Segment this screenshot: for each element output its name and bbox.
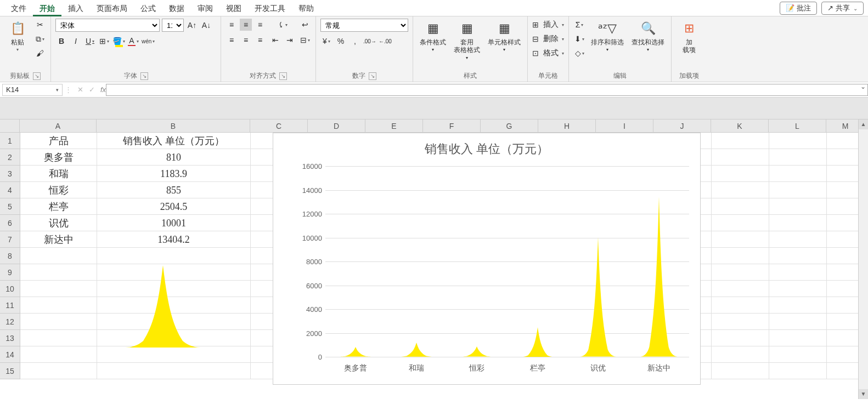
cell[interactable] <box>712 133 769 149</box>
insert-cells-button[interactable]: ⊞ 插入 <box>532 19 564 31</box>
increase-indent-button[interactable]: ⇥ <box>284 34 296 46</box>
fill-color-button[interactable]: 🪣 <box>112 35 125 47</box>
bold-button[interactable]: B <box>55 35 67 47</box>
col-header-A[interactable]: A <box>20 119 97 132</box>
col-header-K[interactable]: K <box>711 119 769 132</box>
col-header-J[interactable]: J <box>653 119 711 132</box>
cell[interactable] <box>20 264 97 281</box>
conditional-formatting-button[interactable]: ▦条件格式▾ <box>418 19 448 53</box>
cell[interactable] <box>712 149 769 166</box>
align-middle-button[interactable]: ≡ <box>240 19 252 31</box>
cell[interactable] <box>20 330 97 346</box>
col-header-H[interactable]: H <box>538 119 596 132</box>
clear-button[interactable]: ◇ <box>573 47 585 59</box>
name-box[interactable]: K14▾ <box>2 84 63 96</box>
format-painter-button[interactable]: 🖌 <box>34 47 46 59</box>
fill-button[interactable]: ⬇ <box>573 33 585 45</box>
row-header[interactable]: 3 <box>0 166 20 182</box>
cell[interactable]: 和瑞 <box>20 166 97 182</box>
cell[interactable]: 810 <box>97 149 251 166</box>
cell[interactable] <box>97 330 251 346</box>
col-header-B[interactable]: B <box>97 119 250 132</box>
cell[interactable] <box>97 281 251 297</box>
cell[interactable] <box>712 248 769 264</box>
cell[interactable] <box>20 314 97 330</box>
autosum-button[interactable]: Σ <box>573 19 585 31</box>
cell[interactable]: 13404.2 <box>97 231 251 248</box>
cell[interactable]: 新达中 <box>20 231 97 248</box>
cell[interactable] <box>712 297 769 314</box>
align-bottom-button[interactable]: ≡ <box>254 19 266 31</box>
comma-button[interactable]: , <box>349 35 361 47</box>
cell[interactable] <box>20 297 97 314</box>
format-as-table-button[interactable]: ▦套用 表格格式▾ <box>452 19 482 61</box>
dialog-launcher-icon[interactable]: ↘ <box>369 72 376 80</box>
cell[interactable] <box>97 346 251 363</box>
cell[interactable] <box>712 264 769 281</box>
col-header-E[interactable]: E <box>365 119 423 132</box>
increase-font-button[interactable]: A↑ <box>186 19 198 31</box>
tab-file[interactable]: 文件 <box>4 0 33 16</box>
decrease-decimal-button[interactable]: ←.00 <box>379 35 392 47</box>
cell[interactable] <box>712 166 769 182</box>
cells-area[interactable]: 销售收入 单位（万元） 0200040006000800010000120001… <box>20 133 868 379</box>
cell[interactable] <box>769 346 827 363</box>
tab-developer[interactable]: 开发工具 <box>248 0 292 16</box>
row-header[interactable]: 14 <box>0 346 20 363</box>
share-button[interactable]: ↗ 共享 <box>821 2 864 15</box>
cell[interactable] <box>769 198 827 215</box>
row-header[interactable]: 6 <box>0 215 20 231</box>
border-button[interactable]: ⊞ <box>98 35 110 47</box>
tab-help[interactable]: 帮助 <box>292 0 320 16</box>
paste-button[interactable]: 📋 粘贴 ▾ <box>4 19 31 53</box>
cell[interactable] <box>769 133 827 149</box>
cancel-icon[interactable]: ✕ <box>77 86 83 94</box>
cell[interactable]: 栏亭 <box>20 198 97 215</box>
row-header[interactable]: 12 <box>0 314 20 330</box>
cell[interactable] <box>20 248 97 264</box>
tab-layout[interactable]: 页面布局 <box>90 0 134 16</box>
cell[interactable]: 奥多普 <box>20 149 97 166</box>
align-right-button[interactable]: ≡ <box>254 34 266 46</box>
col-header-L[interactable]: L <box>769 119 826 132</box>
col-header-F[interactable]: F <box>423 119 481 132</box>
tab-review[interactable]: 审阅 <box>191 0 219 16</box>
cell[interactable]: 销售收入 单位（万元） <box>97 133 251 149</box>
scroll-up-button[interactable]: ▲ <box>859 119 868 129</box>
vertical-scrollbar[interactable]: ▲ ▼ <box>858 119 868 399</box>
cell[interactable] <box>769 215 827 231</box>
merge-center-button[interactable]: ⊟ <box>299 34 311 46</box>
cell[interactable] <box>769 363 827 379</box>
scroll-down-button[interactable]: ▼ <box>859 389 868 399</box>
font-size-select[interactable]: 11 <box>162 19 184 32</box>
cell[interactable]: 恒彩 <box>20 182 97 198</box>
tab-data[interactable]: 数据 <box>162 0 191 16</box>
tab-formulas[interactable]: 公式 <box>134 0 162 16</box>
cell[interactable] <box>97 264 251 281</box>
cell[interactable] <box>769 231 827 248</box>
decrease-indent-button[interactable]: ⇤ <box>269 34 281 46</box>
cell[interactable] <box>769 297 827 314</box>
comments-button[interactable]: 📝 批注 <box>780 2 817 15</box>
addins-button[interactable]: ⊞加 载项 <box>676 19 702 55</box>
number-format-select[interactable]: 常规 <box>320 19 408 32</box>
cell[interactable] <box>712 330 769 346</box>
currency-button[interactable]: ¥ <box>320 35 332 47</box>
embedded-chart[interactable]: 销售收入 单位（万元） 0200040006000800010000120001… <box>273 133 701 385</box>
cell[interactable] <box>769 166 827 182</box>
row-header[interactable]: 2 <box>0 149 20 166</box>
cell[interactable] <box>712 215 769 231</box>
cell-styles-button[interactable]: ▦单元格样式▾ <box>486 19 523 53</box>
cell[interactable] <box>769 248 827 264</box>
select-all-corner[interactable] <box>0 119 20 132</box>
cell[interactable] <box>97 363 251 379</box>
tab-insert[interactable]: 插入 <box>61 0 90 16</box>
wrap-text-button[interactable]: ↩ <box>299 19 311 31</box>
row-header[interactable]: 13 <box>0 330 20 346</box>
cell[interactable]: 产品 <box>20 133 97 149</box>
row-header[interactable]: 10 <box>0 281 20 297</box>
dialog-launcher-icon[interactable]: ↘ <box>279 72 287 80</box>
row-header[interactable]: 7 <box>0 231 20 248</box>
ribbon-collapse-button[interactable]: ⌄ <box>860 83 866 90</box>
row-header[interactable]: 15 <box>0 363 20 379</box>
